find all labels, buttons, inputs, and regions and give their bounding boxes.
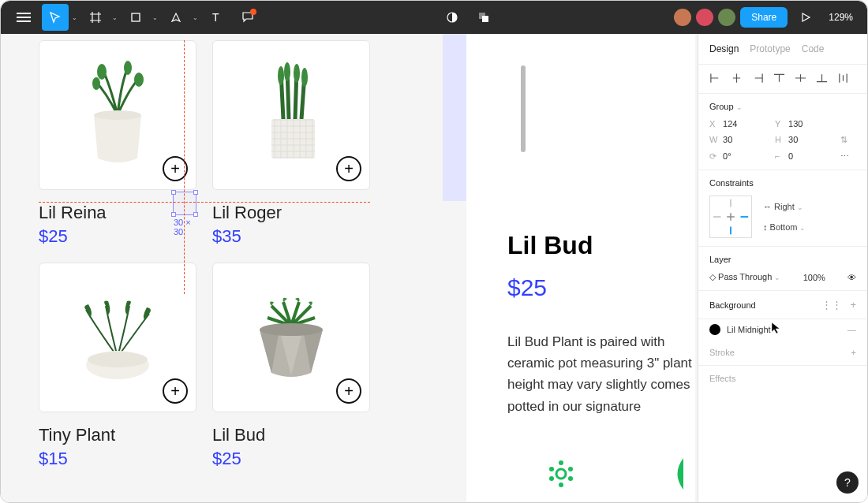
svg-point-29 (549, 476, 554, 481)
product-title: Lil Roger (212, 203, 370, 223)
align-hcenter-icon[interactable] (731, 73, 743, 85)
share-button[interactable]: Share (740, 7, 788, 28)
leaf-icon (672, 458, 695, 493)
add-stroke-icon[interactable]: + (851, 348, 856, 357)
add-button[interactable]: + (336, 156, 361, 181)
loader-icon (545, 458, 577, 493)
constrain-proportions-icon[interactable]: ⇅ (840, 135, 856, 145)
opacity[interactable]: 100% (803, 273, 825, 282)
resize-handle[interactable] (193, 212, 198, 217)
more-options-icon[interactable]: ⋯ (840, 151, 856, 162)
avatar[interactable] (718, 9, 735, 26)
constraint-h[interactable]: ↔ Right ⌄ (763, 202, 806, 211)
add-button[interactable]: + (336, 378, 361, 404)
color-swatch[interactable] (709, 324, 720, 335)
product-detail: Lil Bud $25 Lil Bud Plant is paired with… (466, 34, 695, 502)
svg-rect-20 (271, 119, 315, 158)
product-price: $15 (39, 449, 196, 469)
avatar[interactable] (696, 9, 713, 26)
product-card[interactable]: + (212, 40, 370, 190)
svg-point-15 (284, 62, 290, 81)
detail-title: Lil Bud (507, 231, 695, 260)
svg-rect-8 (482, 16, 488, 22)
constraints-label: Constraints (709, 178, 856, 188)
layer-label: Layer (709, 255, 856, 264)
constraints-widget[interactable] (709, 196, 752, 238)
svg-point-22 (88, 352, 148, 367)
product-price: $35 (212, 226, 370, 247)
svg-point-30 (549, 467, 554, 471)
zoom-level[interactable]: 129% (824, 12, 858, 23)
canvas[interactable]: + Lil Reina $25 + (1, 34, 698, 502)
align-bottom-icon[interactable] (816, 73, 828, 85)
stroke-label: Stroke (709, 348, 735, 357)
pos-x[interactable]: 124 (723, 119, 737, 129)
blend-mode[interactable]: ◇ Pass Through ⌄ (709, 272, 780, 282)
selection-box[interactable]: 30 × 30 (173, 192, 196, 215)
resize-handle[interactable] (171, 190, 176, 195)
pen-tool[interactable] (163, 4, 189, 31)
rotation[interactable]: 0° (723, 151, 731, 161)
svg-point-23 (260, 323, 323, 336)
frame-tool-caret[interactable]: ⌄ (112, 14, 118, 21)
add-fill-icon[interactable]: + (850, 299, 856, 311)
constraint-v[interactable]: ↕ Bottom ⌄ (763, 222, 806, 232)
svg-point-14 (278, 66, 284, 85)
svg-point-16 (294, 64, 300, 83)
plant-image (62, 60, 173, 170)
comment-tool[interactable] (234, 4, 261, 31)
tab-code[interactable]: Code (802, 43, 825, 54)
plant-image (236, 60, 346, 170)
distribute-icon[interactable] (837, 73, 849, 85)
svg-point-17 (301, 68, 308, 87)
align-left-icon[interactable] (709, 73, 721, 85)
help-button[interactable]: ? (836, 471, 859, 494)
text-tool[interactable]: T (203, 4, 230, 31)
pen-tool-caret[interactable]: ⌄ (193, 14, 198, 21)
group-label[interactable]: Group ⌄ (709, 102, 856, 111)
effects-label: Effects (709, 374, 735, 383)
svg-point-13 (94, 110, 141, 120)
svg-point-9 (97, 64, 107, 80)
plant-image (236, 282, 346, 393)
style-icon[interactable]: ⋮⋮ (821, 299, 842, 311)
move-tool-caret[interactable]: ⌄ (72, 14, 77, 21)
tab-design[interactable]: Design (709, 43, 739, 54)
remove-fill-icon[interactable]: — (847, 325, 856, 334)
resize-handle[interactable] (193, 190, 198, 195)
align-vcenter-icon[interactable] (795, 73, 806, 85)
svg-point-28 (559, 483, 563, 487)
tab-prototype[interactable]: Prototype (750, 43, 790, 54)
background-label: Background (709, 300, 756, 310)
scrollbar-thumb[interactable] (521, 65, 526, 152)
product-card[interactable]: + (39, 40, 196, 190)
color-name[interactable]: Lil Midnight (727, 325, 771, 334)
add-button[interactable]: + (163, 378, 188, 404)
width[interactable]: 30 (723, 135, 732, 144)
resize-handle[interactable] (171, 212, 176, 217)
move-tool[interactable] (42, 4, 69, 31)
svg-point-12 (92, 77, 100, 90)
shape-tool[interactable] (122, 4, 149, 31)
boolean-tool[interactable] (470, 4, 497, 31)
selection-dimensions: 30 × 30 (174, 218, 196, 237)
visibility-icon[interactable]: 👁 (847, 273, 856, 282)
align-right-icon[interactable] (752, 73, 764, 85)
pos-y[interactable]: 130 (788, 119, 803, 129)
svg-text:T: T (212, 11, 219, 24)
product-card[interactable]: + (212, 263, 370, 412)
detail-price: $25 (507, 274, 695, 301)
corner-radius[interactable]: 0 (788, 151, 793, 161)
svg-point-25 (559, 460, 563, 465)
shape-tool-caret[interactable]: ⌄ (152, 14, 158, 21)
present-button[interactable] (792, 4, 819, 31)
mask-tool[interactable] (439, 4, 466, 31)
align-top-icon[interactable] (773, 73, 785, 85)
avatar[interactable] (674, 9, 691, 26)
product-card[interactable]: + (39, 263, 196, 412)
svg-point-26 (568, 467, 573, 471)
svg-point-11 (134, 73, 144, 87)
hamburger-menu[interactable] (10, 4, 37, 31)
height[interactable]: 30 (788, 135, 798, 144)
frame-tool[interactable] (82, 4, 109, 31)
